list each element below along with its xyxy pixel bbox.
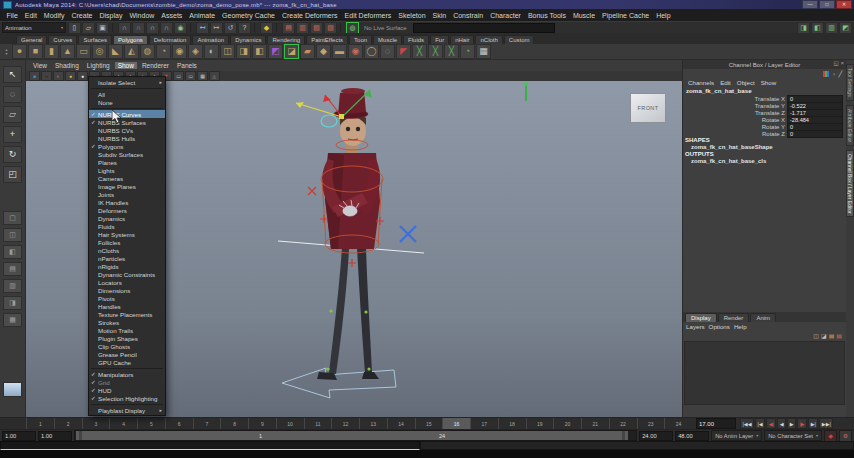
show-menu-item[interactable]: Clip Ghosts (89, 342, 165, 350)
maximize-button[interactable]: □ (819, 0, 835, 9)
playback-end-field[interactable]: 24.00 (639, 431, 673, 441)
frame-tick[interactable]: 1 (26, 418, 54, 429)
frame-tick[interactable]: 8 (220, 418, 248, 429)
close-button[interactable]: ✕ (836, 0, 852, 9)
select-tool-icon[interactable]: ↖ (3, 66, 22, 83)
step-forward-key-button[interactable]: |▶ (797, 418, 807, 429)
menu-item[interactable]: Muscle (569, 12, 598, 19)
combine-icon[interactable]: ◨ (236, 44, 251, 59)
shaded-icon[interactable]: ◐ (53, 71, 64, 81)
auto-keyframe-button[interactable]: ◆ (824, 430, 837, 442)
textured-icon[interactable]: ● (65, 71, 76, 81)
layer-editor-menu[interactable]: Layers (686, 323, 705, 330)
film-gate-icon[interactable]: ▭ (173, 71, 184, 81)
layout-persp-thumbnail[interactable] (3, 382, 22, 397)
show-menu-item[interactable]: GPU Cache (89, 358, 165, 366)
close-panel-icon[interactable]: × (841, 61, 844, 67)
show-menu-item[interactable]: Plugin Shapes (89, 334, 165, 342)
panel-menu[interactable]: Lighting (84, 62, 113, 69)
layout-two-pane-side-button[interactable]: ◧ (3, 245, 22, 259)
help-icon[interactable]: ? (238, 22, 251, 34)
show-menu-item[interactable]: Hair Systems (89, 230, 165, 238)
scale-tool-icon[interactable]: ◰ (3, 166, 22, 183)
bridge-icon[interactable]: ▬ (332, 44, 347, 59)
show-menu-item[interactable]: Strokes (89, 318, 165, 326)
lasso-tool-icon[interactable]: ◌ (3, 86, 22, 103)
render-settings-icon[interactable]: ▨ (324, 22, 337, 34)
snap-to-point-icon[interactable]: ∩ (146, 22, 159, 34)
channel-label[interactable]: Rotate Z (683, 131, 785, 137)
snap-to-plane-icon[interactable]: ∩ (160, 22, 173, 34)
channel-label[interactable]: Translate Y (683, 103, 785, 109)
shelf-tab[interactable]: Surfaces (78, 35, 112, 44)
show-menu-item[interactable]: Handles (89, 302, 165, 310)
frame-tick[interactable]: 3 (82, 418, 110, 429)
layout-hypergraph-persp-button[interactable]: ▦ (3, 313, 22, 327)
frame-tick[interactable]: 19 (526, 418, 554, 429)
pole-control-icon[interactable]: ╳ (444, 44, 459, 59)
menu-item[interactable]: Help (653, 12, 674, 19)
frame-tick[interactable]: 10 (276, 418, 304, 429)
anim-layer-dropdown[interactable]: No Anim Layer ▾ (711, 430, 762, 441)
show-menu-item[interactable]: All (89, 90, 165, 98)
create-empty-layer-button[interactable]: ▤ (829, 333, 835, 339)
channel-box-menu[interactable]: Edit (718, 79, 733, 86)
channel-box-menu[interactable]: Show (759, 79, 778, 86)
frame-tick[interactable]: 16 (442, 418, 470, 429)
layer-editor-tab[interactable]: Display (685, 313, 717, 322)
poly-cube-icon[interactable]: ■ (28, 44, 43, 59)
bevel-icon[interactable]: ◆ (316, 44, 331, 59)
toggle-attribute-editor-icon[interactable]: ◨ (797, 22, 810, 34)
menuset-dropdown[interactable]: Animation ▾ (2, 22, 66, 33)
toggle-outliner-icon[interactable]: ◩ (839, 22, 852, 34)
show-menu-item[interactable]: Dynamics (89, 214, 165, 222)
sidebar-tab[interactable]: Tool Settings (846, 64, 854, 101)
menu-item[interactable]: Edit (21, 12, 40, 19)
shelf-tab[interactable]: nHair (450, 35, 474, 44)
shelf-tab[interactable]: Fluids (403, 35, 429, 44)
menu-item[interactable]: Assets (158, 12, 186, 19)
pencil-icon[interactable]: ╱ (838, 71, 842, 77)
layout-outliner-persp-button[interactable]: ◨ (3, 296, 22, 310)
animation-start-field[interactable]: 1.00 (2, 431, 36, 441)
poly-cone-icon[interactable]: ▲ (60, 44, 75, 59)
go-to-start-button[interactable]: |◀◀ (740, 418, 754, 429)
show-menu-item[interactable]: nRigids (89, 262, 165, 270)
snap-to-grid-icon[interactable]: ∩ (118, 22, 131, 34)
channel-label[interactable]: Rotate X (683, 117, 785, 123)
step-forward-frame-button[interactable]: ▶| (808, 418, 818, 429)
animation-end-field[interactable]: 48.00 (675, 431, 709, 441)
show-menu-item[interactable]: Subdiv Surfaces (89, 150, 165, 158)
show-menu-item[interactable]: NURBS Surfaces (89, 118, 165, 126)
channel-label[interactable]: Translate X (683, 96, 785, 102)
frame-tick[interactable]: 20 (553, 418, 581, 429)
mirror-geometry-icon[interactable]: ◫ (220, 44, 235, 59)
menu-item[interactable]: Bonus Tools (524, 12, 569, 19)
poly-platonic-icon[interactable]: ◈ (188, 44, 203, 59)
make-live-icon[interactable]: ◉ (174, 22, 187, 34)
layout-four-pane-button[interactable]: ◫ (3, 228, 22, 242)
input-connections-icon[interactable]: ↤ (196, 22, 209, 34)
construction-history-icon[interactable]: ↺ (224, 22, 237, 34)
show-menu-item[interactable]: Locators (89, 278, 165, 286)
poly-torus-icon[interactable]: ◎ (92, 44, 107, 59)
menu-item[interactable]: Constrain (450, 12, 487, 19)
safe-title-icon[interactable]: ◬ (209, 71, 220, 81)
shelf-tab[interactable]: Polygons (113, 35, 148, 44)
show-menu-item[interactable]: Dynamic Constraints (89, 270, 165, 278)
channel-label[interactable]: Translate Z (683, 110, 785, 116)
panel-menu[interactable]: Renderer (139, 62, 172, 69)
spiral-control-icon[interactable]: ◔ (460, 44, 475, 59)
reduce-icon[interactable]: ◌ (380, 44, 395, 59)
character-set-dropdown[interactable]: No Character Set ▾ (764, 430, 822, 441)
paint-effects-icon[interactable]: ◍ (346, 22, 359, 34)
frame-tick[interactable]: 9 (248, 418, 276, 429)
shelf-tab[interactable]: Deformation (149, 35, 192, 44)
layer-editor-menu[interactable]: Options (709, 323, 730, 330)
time-slider-track[interactable]: 123456789101112131415161718192021222324 (26, 418, 692, 429)
frame-tick[interactable]: 22 (609, 418, 637, 429)
range-start-handle[interactable] (79, 431, 82, 440)
checker-control-icon[interactable]: ▦ (476, 44, 491, 59)
shaded-sphere-icon[interactable]: ◑ (832, 71, 836, 77)
frame-tick[interactable]: 13 (359, 418, 387, 429)
